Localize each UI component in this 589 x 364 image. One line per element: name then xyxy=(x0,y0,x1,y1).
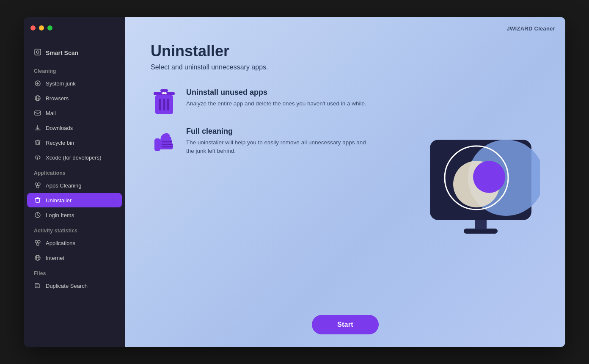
sidebar-content: Smart Scan Cleaning System junk xyxy=(24,39,125,347)
feature-icon-trash xyxy=(151,88,178,115)
internet-icon xyxy=(34,254,41,262)
sidebar-item-smart-scan[interactable]: Smart Scan xyxy=(27,44,122,61)
mail-icon xyxy=(34,109,41,117)
close-button[interactable] xyxy=(30,25,36,30)
feature-text-cleaning: Full cleaning The uninstaller will help … xyxy=(186,127,372,156)
svg-point-10 xyxy=(35,240,38,243)
svg-rect-24 xyxy=(163,99,165,110)
internet-label: Internet xyxy=(46,255,64,261)
downloads-label: Downloads xyxy=(46,125,73,131)
svg-point-7 xyxy=(38,183,40,185)
apps-cleaning-icon xyxy=(34,182,41,189)
svg-rect-27 xyxy=(160,89,168,92)
sidebar-item-activity-applications[interactable]: Applications xyxy=(27,236,122,250)
maximize-button[interactable] xyxy=(47,25,52,30)
sidebar-item-recycle-bin[interactable]: Recycle bin xyxy=(27,135,122,150)
page-subtitle: Select and uninstall unnecessary apps. xyxy=(151,63,540,71)
svg-point-21 xyxy=(473,161,505,193)
recycle-bin-label: Recycle bin xyxy=(46,140,74,146)
svg-rect-0 xyxy=(35,49,41,55)
section-label-files: Files xyxy=(24,265,125,278)
smart-scan-icon xyxy=(34,48,41,57)
svg-point-8 xyxy=(36,185,39,188)
sidebar-item-system-junk[interactable]: System junk xyxy=(27,76,122,91)
apps-cleaning-label: Apps Cleaning xyxy=(46,182,82,189)
browsers-icon xyxy=(34,94,41,102)
recycle-bin-icon xyxy=(34,139,41,146)
app-window: Smart Scan Cleaning System junk xyxy=(24,17,565,347)
login-items-icon xyxy=(34,211,41,219)
feature-text-uninstall: Uninstall unused apps Analyze the entire… xyxy=(186,88,366,108)
feature-title-uninstall: Uninstall unused apps xyxy=(186,88,366,97)
system-junk-label: System junk xyxy=(46,80,76,87)
svg-point-12 xyxy=(36,243,39,245)
sidebar: Smart Scan Cleaning System junk xyxy=(24,17,125,347)
duplicate-search-icon xyxy=(34,282,41,290)
feature-icon-thumbs xyxy=(151,127,178,154)
uninstaller-label: Uninstaller xyxy=(46,197,72,204)
smart-scan-label: Smart Scan xyxy=(46,50,78,56)
minimize-button[interactable] xyxy=(39,25,44,30)
sidebar-item-internet[interactable]: Internet xyxy=(27,251,122,265)
main-content: JWIZARD Cleaner Uninstaller Select xyxy=(125,17,565,347)
illustration xyxy=(421,114,540,250)
xcode-icon xyxy=(34,154,41,161)
section-label-activity: Activity statistics xyxy=(24,223,125,235)
app-title: JWIZARD Cleaner xyxy=(507,25,555,32)
section-label-applications: Applications xyxy=(24,165,125,178)
titlebar xyxy=(24,17,125,39)
system-junk-icon xyxy=(34,80,41,87)
feature-desc-uninstall: Analyze the entire app and delete the on… xyxy=(186,99,366,108)
duplicate-search-label: Duplicate Search xyxy=(46,283,88,289)
xcode-label: Xcode (for developers) xyxy=(46,154,102,161)
feature-uninstall-unused: Uninstall unused apps Analyze the entire… xyxy=(151,88,540,115)
feature-title-cleaning: Full cleaning xyxy=(186,127,372,136)
bottom-bar: Start xyxy=(125,306,565,347)
login-items-label: Login Items xyxy=(46,212,74,218)
sidebar-item-browsers[interactable]: Browsers xyxy=(27,91,122,105)
svg-point-6 xyxy=(35,183,38,185)
page-title: Uninstaller xyxy=(151,42,540,60)
activity-applications-label: Applications xyxy=(46,240,75,246)
svg-rect-5 xyxy=(35,111,41,115)
uninstaller-icon xyxy=(34,196,41,204)
browsers-label: Browsers xyxy=(46,95,69,102)
sidebar-item-xcode[interactable]: Xcode (for developers) xyxy=(27,150,122,165)
downloads-icon xyxy=(34,124,41,132)
mail-label: Mail xyxy=(46,110,56,116)
sidebar-item-duplicate-search[interactable]: Duplicate Search xyxy=(27,279,122,293)
sidebar-item-uninstaller[interactable]: Uninstaller xyxy=(27,193,122,207)
sidebar-item-login-items[interactable]: Login Items xyxy=(27,208,122,222)
svg-rect-23 xyxy=(159,99,161,110)
section-label-cleaning: Cleaning xyxy=(24,63,125,76)
start-button[interactable]: Start xyxy=(312,315,379,334)
sidebar-item-apps-cleaning[interactable]: Apps Cleaning xyxy=(27,178,122,193)
feature-desc-cleaning: The uninstaller will help you to easily … xyxy=(186,138,372,156)
svg-point-1 xyxy=(36,51,39,53)
sidebar-item-downloads[interactable]: Downloads xyxy=(27,121,122,135)
sidebar-item-mail[interactable]: Mail xyxy=(27,106,122,120)
svg-rect-28 xyxy=(154,138,160,151)
svg-rect-25 xyxy=(167,99,169,110)
svg-point-11 xyxy=(38,240,40,243)
activity-apps-icon xyxy=(34,239,41,247)
